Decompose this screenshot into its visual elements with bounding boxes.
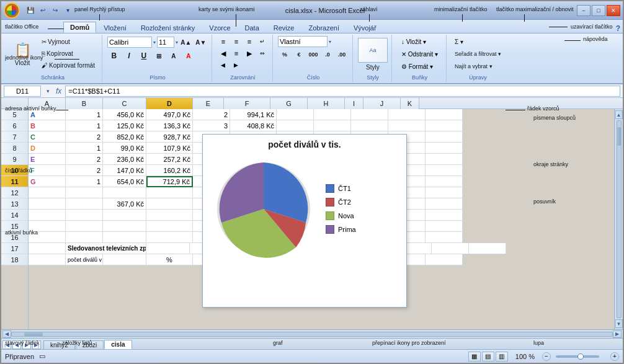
cell-a12[interactable] bbox=[29, 187, 66, 198]
cell-a6[interactable]: B bbox=[29, 120, 66, 131]
view-normal-btn[interactable]: ▦ bbox=[468, 352, 481, 362]
align-top-right-btn[interactable]: ≡ bbox=[243, 36, 256, 47]
zoom-slider[interactable] bbox=[556, 353, 605, 360]
redo-quick-btn[interactable]: ↪ bbox=[50, 6, 61, 16]
dropdown-quick-btn[interactable]: ▾ bbox=[62, 6, 73, 16]
cell-b17[interactable]: Sledovanost televizních zpráv bbox=[66, 243, 146, 254]
row-14[interactable]: 14 bbox=[1, 210, 28, 221]
office-button[interactable] bbox=[4, 2, 20, 19]
save-quick-btn[interactable]: 💾 bbox=[25, 6, 36, 16]
col-header-b[interactable]: B bbox=[66, 98, 103, 109]
cell-a8[interactable]: D bbox=[29, 143, 66, 154]
scroll-right-btn[interactable]: ▶ bbox=[613, 331, 622, 338]
cell-c8[interactable]: 99,0 Kč bbox=[103, 143, 146, 154]
row-18[interactable]: 18 bbox=[1, 254, 28, 265]
col-header-f[interactable]: F bbox=[224, 98, 270, 109]
row-7[interactable]: 7 bbox=[1, 131, 28, 143]
tab-insert[interactable]: Vložení bbox=[97, 22, 133, 33]
cell-b11[interactable]: 1 bbox=[66, 176, 103, 187]
v-scroll-thumb[interactable] bbox=[617, 127, 621, 146]
row-8[interactable]: 8 bbox=[1, 143, 28, 154]
increase-font-btn[interactable]: A▲ bbox=[179, 36, 193, 48]
cell-a5[interactable]: A bbox=[29, 109, 66, 120]
col-header-g[interactable]: G bbox=[270, 98, 308, 109]
cell-k6[interactable] bbox=[426, 120, 463, 131]
scroll-up-btn[interactable]: ▲ bbox=[615, 110, 623, 119]
cell-d18[interactable]: % bbox=[146, 254, 193, 265]
font-name-input[interactable] bbox=[107, 37, 152, 48]
row-15[interactable]: 15 bbox=[1, 221, 28, 232]
col-header-c[interactable]: C bbox=[103, 98, 146, 109]
help-button[interactable]: ? bbox=[616, 24, 620, 33]
styles-button[interactable]: Aa Styly bbox=[358, 36, 388, 72]
row-12[interactable]: 12 bbox=[1, 187, 28, 198]
row-17[interactable]: 17 bbox=[1, 243, 28, 254]
minimize-button[interactable]: − bbox=[577, 5, 591, 16]
delete-cells-btn[interactable]: ✕ Odstranit ▾ bbox=[397, 48, 442, 60]
cell-a10[interactable]: F bbox=[29, 165, 66, 176]
row-13[interactable]: 13 bbox=[1, 198, 28, 210]
cell-c6[interactable]: 125,0 Kč bbox=[103, 120, 146, 131]
cell-c11[interactable]: 654,0 Kč bbox=[103, 176, 146, 187]
cell-b5[interactable]: 1 bbox=[66, 109, 103, 120]
font-color-btn[interactable]: A bbox=[182, 50, 195, 62]
decrease-font-btn[interactable]: A▼ bbox=[194, 36, 208, 48]
indent-less-btn[interactable]: ◀ bbox=[217, 60, 230, 71]
tab-developer[interactable]: Vývojář bbox=[347, 22, 383, 33]
col-header-e[interactable]: E bbox=[193, 98, 224, 109]
chart-overlay[interactable]: počet diválů v tis. bbox=[202, 134, 407, 308]
sheet-tab-cisla[interactable]: cisla bbox=[104, 340, 131, 349]
tab-first-btn[interactable]: |◀ bbox=[2, 340, 11, 349]
comma-btn[interactable]: 000 bbox=[306, 48, 320, 61]
sheet-tab-zbozi[interactable]: zbozi bbox=[76, 340, 104, 349]
number-format-arrow[interactable]: ▾ bbox=[329, 39, 331, 45]
cell-j5[interactable] bbox=[388, 109, 426, 120]
cell-h5[interactable] bbox=[314, 109, 351, 120]
cell-k11[interactable] bbox=[426, 176, 463, 187]
col-header-i[interactable]: I bbox=[345, 98, 363, 109]
tab-data[interactable]: Data bbox=[238, 22, 266, 33]
indent-more-btn[interactable]: ▶ bbox=[230, 60, 243, 71]
zoom-thumb[interactable] bbox=[577, 353, 584, 360]
copy-button[interactable]: ⎘ Kopírovat bbox=[38, 48, 98, 59]
row-6[interactable]: 6 bbox=[1, 120, 28, 131]
tab-page-layout[interactable]: Rozložení stránky bbox=[134, 22, 202, 33]
cell-b8[interactable]: 1 bbox=[66, 143, 103, 154]
undo-quick-btn[interactable]: ↩ bbox=[37, 6, 48, 16]
size-dropdown-arrow[interactable]: ▾ bbox=[176, 40, 178, 45]
row-5[interactable]: 5 bbox=[1, 109, 28, 120]
bold-button[interactable]: B bbox=[107, 50, 121, 62]
cell-d12[interactable] bbox=[146, 187, 193, 198]
tab-next-btn[interactable]: ▶ bbox=[22, 340, 31, 349]
view-layout-btn[interactable]: ▤ bbox=[482, 352, 494, 362]
cell-b9[interactable]: 2 bbox=[66, 154, 103, 165]
tab-view[interactable]: Zobrazení bbox=[301, 22, 346, 33]
cell-b6[interactable]: 1 bbox=[66, 120, 103, 131]
cell-b18[interactable]: počet diválů v tis. bbox=[66, 254, 103, 265]
percent-btn[interactable]: € bbox=[292, 48, 306, 61]
align-top-left-btn[interactable]: ≡ bbox=[217, 36, 230, 47]
tab-formulas[interactable]: Vzorce bbox=[202, 22, 237, 33]
cell-b7[interactable]: 2 bbox=[66, 131, 103, 143]
col-header-h[interactable]: H bbox=[308, 98, 345, 109]
cell-i5[interactable] bbox=[351, 109, 388, 120]
cell-e5[interactable]: 2 bbox=[193, 109, 230, 120]
zoom-out-btn[interactable]: − bbox=[542, 352, 551, 361]
tab-home[interactable]: Domů bbox=[63, 22, 96, 33]
cell-d10[interactable]: 160,2 Kč bbox=[146, 165, 193, 176]
col-header-d[interactable]: D bbox=[146, 98, 193, 109]
cell-c9[interactable]: 236,0 Kč bbox=[103, 154, 146, 165]
col-header-j[interactable]: J bbox=[363, 98, 401, 109]
cell-a13[interactable] bbox=[29, 198, 66, 210]
cell-i6[interactable] bbox=[351, 120, 388, 131]
wrap-text-btn[interactable]: ↵ bbox=[256, 36, 269, 47]
cell-c7[interactable]: 852,0 Kč bbox=[103, 131, 146, 143]
cell-d9[interactable]: 257,2 Kč bbox=[146, 154, 193, 165]
cell-c12[interactable] bbox=[103, 187, 146, 198]
cell-a11[interactable]: G bbox=[29, 176, 66, 187]
sort-filter-btn[interactable]: Seřadit a filtrovat ▾ bbox=[452, 48, 504, 60]
font-dropdown-arrow[interactable]: ▾ bbox=[153, 40, 156, 45]
view-pagebreak-btn[interactable]: ▥ bbox=[496, 352, 508, 362]
tab-review[interactable]: Revize bbox=[267, 22, 301, 33]
fill-color-btn[interactable]: A bbox=[167, 50, 181, 62]
